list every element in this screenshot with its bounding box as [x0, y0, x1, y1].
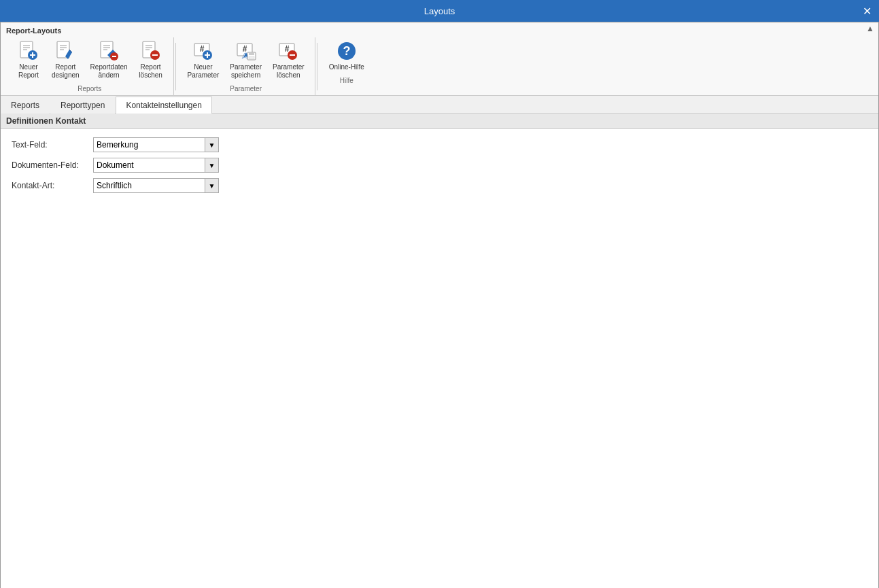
svg-rect-33	[249, 52, 254, 55]
svg-rect-34	[249, 56, 254, 59]
delete-parameter-label: Parameterlöschen	[273, 63, 305, 80]
delete-parameter-button[interactable]: # Parameterlöschen	[268, 37, 309, 82]
save-parameter-label: Parameterspeichern	[230, 63, 262, 80]
new-report-icon	[18, 40, 39, 62]
design-report-icon	[54, 40, 76, 62]
svg-text:#: #	[242, 44, 247, 54]
tab-reports[interactable]: Reports	[1, 97, 50, 114]
text-feld-label: Text-Feld:	[12, 140, 93, 150]
tab-kontakteinstellungen[interactable]: Kontakteinstellungen	[116, 97, 211, 114]
ribbon-separator-1	[175, 43, 176, 90]
new-report-button[interactable]: NeuerReport	[12, 37, 46, 82]
section-header: Definitionen Kontakt	[1, 114, 878, 129]
ribbon-content: NeuerReport	[6, 37, 873, 95]
form-area: Text-Feld: Bemerkung Notiz Kommentar ▼ D…	[1, 129, 878, 207]
ribbon: Report-Layouts	[1, 22, 878, 96]
ribbon-group-hilfe: ? Online-Hilfe Hilfe	[319, 37, 375, 87]
main-window: Report-Layouts	[0, 22, 879, 588]
svg-text:?: ?	[343, 44, 350, 58]
ribbon-container: Report-Layouts	[1, 22, 878, 96]
main-content: Definitionen Kontakt Text-Feld: Bemerkun…	[1, 114, 878, 207]
online-hilfe-label: Online-Hilfe	[329, 63, 364, 71]
ribbon-title: Report-Layouts	[6, 25, 873, 37]
ribbon-separator-2	[317, 43, 317, 90]
new-parameter-label: NeuerParameter	[188, 63, 220, 80]
parameter-group-label: Parameter	[183, 84, 309, 95]
design-report-button[interactable]: Reportdesignen	[47, 37, 84, 82]
title-bar: Layouts ✕	[0, 0, 879, 22]
tab-reporttypen[interactable]: Reporttypen	[50, 97, 115, 114]
new-parameter-icon: #	[192, 40, 214, 62]
ribbon-group-reports: NeuerReport	[6, 37, 174, 95]
hilfe-group-label: Hilfe	[324, 75, 369, 87]
ribbon-group-parameter: # NeuerParameter	[177, 37, 315, 95]
change-reportdata-icon	[98, 40, 120, 62]
online-hilfe-icon: ?	[336, 40, 358, 62]
kontakt-art-select[interactable]: Schriftlich Mündlich Telefonisch	[93, 178, 219, 193]
close-button[interactable]: ✕	[860, 4, 874, 18]
reports-group-label: Reports	[12, 84, 168, 95]
new-parameter-button[interactable]: # NeuerParameter	[183, 37, 224, 82]
new-report-label: NeuerReport	[18, 63, 39, 80]
text-feld-select[interactable]: Bemerkung Notiz Kommentar	[93, 137, 219, 152]
kontakt-art-row: Kontakt-Art: Schriftlich Mündlich Telefo…	[12, 178, 867, 193]
text-feld-select-wrapper: Bemerkung Notiz Kommentar ▼	[93, 137, 219, 152]
kontakt-art-select-wrapper: Schriftlich Mündlich Telefonisch ▼	[93, 178, 219, 193]
online-hilfe-button[interactable]: ? Online-Hilfe	[324, 37, 369, 74]
dokumenten-feld-select[interactable]: Dokument Datei Anhang	[93, 158, 219, 173]
delete-report-icon	[140, 40, 162, 62]
dokumenten-feld-select-wrapper: Dokument Datei Anhang ▼	[93, 158, 219, 173]
text-feld-row: Text-Feld: Bemerkung Notiz Kommentar ▼	[12, 137, 867, 152]
tabs-bar: Reports Reporttypen Kontakteinstellungen	[1, 96, 878, 114]
change-reportdata-button[interactable]: Reportdatenändern	[86, 37, 133, 82]
change-reportdata-label: Reportdatenändern	[90, 63, 128, 80]
ribbon-reports-buttons: NeuerReport	[12, 37, 168, 82]
save-parameter-button[interactable]: # Parameterspeichern	[225, 37, 266, 82]
kontakt-art-label: Kontakt-Art:	[12, 181, 93, 190]
delete-report-label: Reportlöschen	[139, 63, 162, 80]
delete-parameter-icon: #	[277, 40, 299, 62]
ribbon-collapse-button[interactable]: ▲	[862, 22, 878, 35]
delete-report-button[interactable]: Reportlöschen	[134, 37, 168, 82]
ribbon-parameter-buttons: # NeuerParameter	[183, 37, 309, 82]
save-parameter-icon: #	[235, 40, 257, 62]
design-report-label: Reportdesignen	[52, 63, 80, 80]
dokumenten-feld-label: Dokumenten-Feld:	[12, 160, 93, 170]
window-title: Layouts	[424, 6, 455, 16]
ribbon-hilfe-buttons: ? Online-Hilfe	[324, 37, 369, 74]
dokumenten-feld-row: Dokumenten-Feld: Dokument Datei Anhang ▼	[12, 158, 867, 173]
